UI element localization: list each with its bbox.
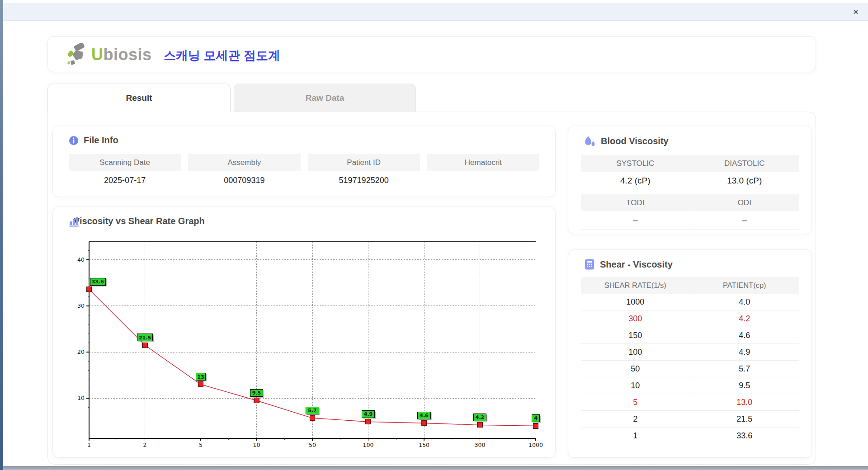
table-row: 1004.9 xyxy=(581,344,799,361)
blood-viscosity-table: SYSTOLICDIASTOLIC4.2 (cP)13.0 (cP)TODIOD… xyxy=(581,155,799,230)
header-card: Ubiosis 스캐닝 모세관 점도계 xyxy=(47,36,816,72)
file-info-title: File Info xyxy=(69,135,118,146)
svg-text:1: 1 xyxy=(87,442,91,448)
patient-viscosity-cell: 9.5 xyxy=(690,377,799,394)
shear-rate-cell: 1 xyxy=(581,428,690,444)
file-info-field: Assembly000709319 xyxy=(188,154,300,190)
svg-text:300: 300 xyxy=(475,442,486,448)
svg-text:4.6: 4.6 xyxy=(420,413,429,418)
column-header: PATIENT(cp) xyxy=(690,277,799,294)
logo-text: Ubiosis xyxy=(91,45,152,64)
patient-viscosity-cell: 4.2 xyxy=(690,310,799,327)
shear-rate-viscosity-plot: 102030401251050100150300100033.621.5139.… xyxy=(53,207,556,458)
logo: Ubiosis xyxy=(67,43,152,66)
horizontal-scrollbar[interactable] xyxy=(0,466,868,470)
column-header: SYSTOLIC xyxy=(581,155,690,172)
svg-text:5.7: 5.7 xyxy=(308,408,317,414)
tab-result[interactable]: Result xyxy=(47,84,231,112)
close-icon[interactable]: × xyxy=(850,6,862,18)
ubiosis-logo-icon xyxy=(67,43,89,66)
svg-text:10: 10 xyxy=(77,395,85,401)
column-header: ODI xyxy=(690,194,799,211)
svg-text:21.5: 21.5 xyxy=(139,335,151,341)
shear-viscosity-title: Shear - Viscosity xyxy=(584,259,673,270)
patient-viscosity-cell: 33.6 xyxy=(690,428,799,444)
shear-viscosity-table: SHEAR RATE(1/s)PATIENT(cp)10004.03004.21… xyxy=(581,277,799,444)
info-icon xyxy=(69,136,79,146)
patient-viscosity-cell: 4.6 xyxy=(690,327,799,343)
tab-bar: Result Raw Data xyxy=(47,84,416,112)
blood-viscosity-card: Blood Viscosity SYSTOLICDIASTOLIC4.2 (cP… xyxy=(568,126,812,234)
svg-text:4.2: 4.2 xyxy=(476,414,485,420)
value-cell: – xyxy=(690,211,799,230)
table-row: 1504.6 xyxy=(581,327,799,344)
file-info-field-value: 51971925200 xyxy=(308,171,420,190)
svg-text:9.5: 9.5 xyxy=(252,390,261,396)
file-info-card: File Info Scanning Date2025-07-17Assembl… xyxy=(52,126,556,197)
svg-text:20: 20 xyxy=(77,348,85,355)
svg-text:4: 4 xyxy=(534,415,538,421)
table-row: 513.0 xyxy=(581,394,799,411)
blood-viscosity-header-row: TODIODI xyxy=(581,194,799,211)
file-info-field: Patient ID51971925200 xyxy=(308,154,420,190)
column-header: DIASTOLIC xyxy=(690,155,799,172)
svg-text:50: 50 xyxy=(309,442,316,448)
shear-rate-cell: 150 xyxy=(581,327,690,343)
shear-viscosity-header-row: SHEAR RATE(1/s)PATIENT(cp) xyxy=(581,277,799,294)
shear-rate-cell: 2 xyxy=(581,411,690,427)
svg-text:10: 10 xyxy=(253,442,260,448)
shear-rate-cell: 5 xyxy=(581,394,690,410)
file-info-field-label: Scanning Date xyxy=(69,154,181,171)
column-header: SHEAR RATE(1/s) xyxy=(581,277,690,294)
window-titlebar: × xyxy=(3,3,868,21)
svg-text:30: 30 xyxy=(77,302,85,309)
svg-text:2: 2 xyxy=(143,442,147,448)
table-gap xyxy=(581,190,799,194)
shear-rate-cell: 300 xyxy=(581,310,690,327)
svg-text:150: 150 xyxy=(419,442,429,448)
app-title-korean: 스캐닝 모세관 점도계 xyxy=(164,47,280,64)
svg-text:1000: 1000 xyxy=(528,442,543,448)
table-row: 133.6 xyxy=(581,428,799,444)
tab-raw-data[interactable]: Raw Data xyxy=(234,84,416,112)
desktop-edge xyxy=(0,0,3,470)
file-info-field: Scanning Date2025-07-17 xyxy=(69,154,181,190)
blood-viscosity-header-row: SYSTOLICDIASTOLIC xyxy=(581,155,799,172)
patient-viscosity-cell: 13.0 xyxy=(690,394,799,410)
blood-viscosity-title-text: Blood Viscosity xyxy=(601,136,669,146)
table-row: 109.5 xyxy=(581,377,799,394)
logo-text-rest: biosis xyxy=(104,45,152,64)
shear-rate-cell: 10 xyxy=(581,377,690,394)
patient-viscosity-cell: 21.5 xyxy=(690,411,799,427)
file-info-field-label: Patient ID xyxy=(308,154,420,171)
file-info-field-value: 2025-07-17 xyxy=(69,171,181,190)
file-info-field-label: Assembly xyxy=(188,154,300,171)
logo-text-u: U xyxy=(91,45,104,64)
shear-rate-cell: 1000 xyxy=(581,294,690,310)
value-cell: – xyxy=(581,211,690,230)
table-row: 3004.2 xyxy=(581,310,799,327)
table-row: 10004.0 xyxy=(581,294,799,310)
svg-text:40: 40 xyxy=(77,256,85,263)
viscosity-graph-card: Viscosity vs Shear Rate Graph 1020304012… xyxy=(52,207,556,458)
svg-text:5: 5 xyxy=(199,442,203,448)
file-info-field: Hematocrit xyxy=(427,154,539,190)
blood-viscosity-value-row: –– xyxy=(581,211,799,230)
calculator-icon xyxy=(584,259,595,270)
table-row: 505.7 xyxy=(581,361,799,377)
value-cell: 4.2 (cP) xyxy=(581,172,690,190)
result-tab-panel: File Info Scanning Date2025-07-17Assembl… xyxy=(47,112,816,465)
svg-text:13: 13 xyxy=(197,374,204,380)
file-info-title-text: File Info xyxy=(84,135,118,146)
file-info-fields: Scanning Date2025-07-17Assembly000709319… xyxy=(69,154,539,190)
droplets-icon xyxy=(584,135,596,147)
patient-viscosity-cell: 5.7 xyxy=(690,361,799,377)
shear-viscosity-card: Shear - Viscosity SHEAR RATE(1/s)PATIENT… xyxy=(568,249,812,458)
blood-viscosity-value-row: 4.2 (cP)13.0 (cP) xyxy=(581,172,799,190)
file-info-field-value xyxy=(427,171,539,190)
file-info-field-value: 000709319 xyxy=(188,171,300,190)
file-info-field-label: Hematocrit xyxy=(427,154,539,171)
svg-text:100: 100 xyxy=(363,442,374,448)
blood-viscosity-title: Blood Viscosity xyxy=(584,135,669,147)
value-cell: 13.0 (cP) xyxy=(690,172,799,190)
